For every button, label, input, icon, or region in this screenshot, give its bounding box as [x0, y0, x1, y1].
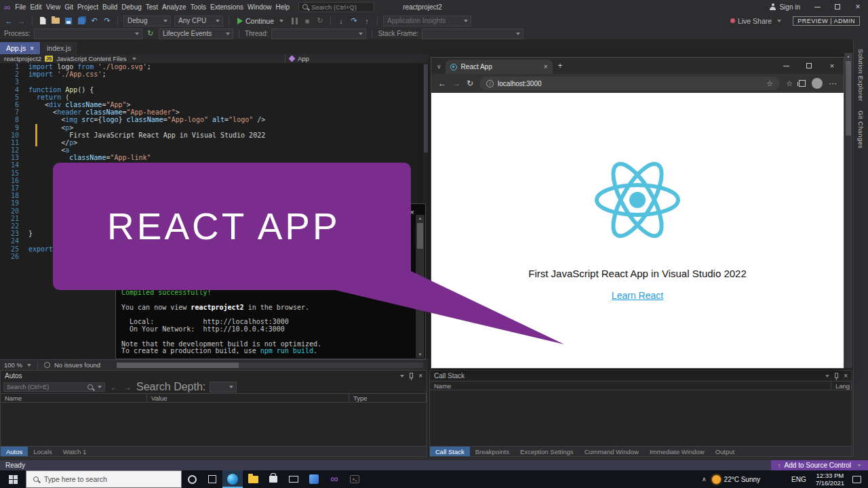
- language-indicator[interactable]: ENG: [791, 476, 806, 483]
- platform-dropdown[interactable]: Any CPU: [174, 16, 223, 26]
- menu-view[interactable]: View: [44, 3, 63, 11]
- step-into-icon[interactable]: ↓: [336, 16, 346, 26]
- callstack-body[interactable]: [430, 390, 852, 446]
- store-icon[interactable]: [263, 470, 283, 488]
- menu-build[interactable]: Build: [100, 3, 119, 11]
- browser-tab[interactable]: React App ×: [446, 60, 553, 74]
- learn-react-link[interactable]: Learn React: [612, 290, 663, 301]
- close-button[interactable]: ×: [848, 0, 868, 14]
- browser-refresh-icon[interactable]: ↻: [467, 79, 473, 88]
- tab-close-icon[interactable]: ×: [30, 45, 34, 52]
- new-tab-button[interactable]: +: [558, 61, 563, 70]
- action-center-icon[interactable]: [852, 476, 861, 483]
- tool-tab-output[interactable]: Output: [710, 447, 741, 456]
- tab-app-js[interactable]: App.js×: [0, 42, 40, 54]
- tool-tab-call-stack[interactable]: Call Stack: [430, 447, 470, 456]
- browser-menu-icon[interactable]: ···: [829, 79, 837, 88]
- browser-back-icon[interactable]: ←: [438, 79, 446, 88]
- continue-button[interactable]: Continue: [235, 17, 286, 25]
- scroll-down-icon[interactable]: ▼: [418, 351, 422, 358]
- pin-icon[interactable]: [835, 373, 838, 378]
- scrollbar-thumb[interactable]: [846, 61, 851, 136]
- favorites-icon[interactable]: ☆: [786, 79, 793, 88]
- lifecycle-events-dropdown[interactable]: Lifecycle Events: [159, 28, 233, 39]
- restart-icon[interactable]: ↻: [315, 16, 325, 26]
- tool-tab-watch-1[interactable]: Watch 1: [58, 447, 92, 456]
- cortana-icon[interactable]: [182, 470, 202, 488]
- browser-minimize-button[interactable]: [774, 58, 797, 74]
- column-value[interactable]: Value: [147, 394, 349, 402]
- visual-studio-icon[interactable]: [324, 470, 344, 488]
- search-prev-icon[interactable]: ←: [109, 382, 119, 392]
- tool-tab-locals[interactable]: Locals: [28, 447, 57, 456]
- scroll-up-icon[interactable]: ▲: [846, 53, 850, 60]
- photos-icon[interactable]: [304, 470, 324, 488]
- column-name[interactable]: Name: [430, 382, 831, 390]
- browser-forward-icon[interactable]: →: [452, 79, 460, 88]
- stop-icon[interactable]: ■: [302, 16, 312, 26]
- tab-index-js[interactable]: index.js: [41, 42, 77, 54]
- menu-window[interactable]: Window: [245, 3, 274, 11]
- configuration-dropdown[interactable]: Debug: [123, 16, 171, 26]
- menu-git[interactable]: Git: [62, 3, 75, 11]
- edge-icon[interactable]: [222, 470, 243, 488]
- live-share-button[interactable]: Live Share: [730, 17, 781, 25]
- window-position-icon[interactable]: [825, 375, 829, 378]
- autos-body[interactable]: [1, 403, 427, 446]
- pin-icon[interactable]: [410, 373, 413, 378]
- callstack-close-icon[interactable]: ×: [844, 372, 848, 380]
- redo-icon[interactable]: ↷: [102, 16, 112, 26]
- navigate-forward-icon[interactable]: →: [17, 16, 26, 26]
- start-button[interactable]: [0, 470, 26, 488]
- browser-maximize-button[interactable]: [797, 58, 821, 74]
- minimize-button[interactable]: [807, 0, 827, 14]
- tool-tab-breakpoints[interactable]: Breakpoints: [470, 447, 515, 456]
- tab-close-icon[interactable]: ×: [544, 63, 548, 70]
- application-insights-dropdown[interactable]: Application Insights: [383, 16, 471, 26]
- save-icon[interactable]: [64, 16, 73, 26]
- address-bar[interactable]: i localhost:3000 ☆: [479, 77, 780, 90]
- step-out-icon[interactable]: ↑: [362, 16, 372, 26]
- weather-widget[interactable]: 22°C Sunny: [712, 475, 760, 484]
- stack-frame-dropdown[interactable]: [422, 28, 524, 39]
- breadcrumb-section[interactable]: JavaScript Content Files: [56, 55, 126, 62]
- clock[interactable]: 12:33 PM 7/16/2021: [816, 472, 844, 487]
- break-all-icon[interactable]: [290, 16, 299, 26]
- dock-tab-git-changes[interactable]: Git Changes: [857, 110, 865, 148]
- collections-icon[interactable]: [799, 80, 806, 87]
- sign-in-button[interactable]: Sign in: [779, 3, 800, 11]
- search-next-icon[interactable]: →: [123, 382, 132, 392]
- breadcrumb-dropdown-icon[interactable]: [132, 58, 136, 60]
- dock-tab-solution-explorer[interactable]: Solution Explorer: [857, 49, 865, 101]
- menu-help[interactable]: Help: [274, 3, 292, 11]
- mail-icon[interactable]: [283, 470, 304, 488]
- undo-icon[interactable]: ↶: [90, 16, 99, 26]
- maximize-button[interactable]: [827, 0, 848, 14]
- horizontal-scrollbar[interactable]: [117, 363, 423, 368]
- refresh-process-icon[interactable]: ↻: [146, 28, 155, 39]
- tab-search-icon[interactable]: ∨: [437, 63, 441, 70]
- tool-tab-exception-settings[interactable]: Exception Settings: [515, 447, 579, 456]
- hidden-icons-chevron[interactable]: ∧: [702, 476, 707, 483]
- column-name[interactable]: Name: [1, 394, 147, 402]
- profile-avatar[interactable]: [812, 78, 823, 89]
- menu-tools[interactable]: Tools: [189, 3, 208, 11]
- browser-close-button[interactable]: ×: [821, 58, 844, 74]
- add-to-source-control-button[interactable]: ↑ Add to Source Control: [771, 460, 868, 470]
- search-depth-dropdown[interactable]: [210, 382, 237, 392]
- tool-tab-autos[interactable]: Autos: [1, 447, 28, 456]
- file-explorer-icon[interactable]: [243, 470, 263, 488]
- tool-tab-command-window[interactable]: Command Window: [579, 447, 644, 456]
- main-scrollbar[interactable]: ▲: [844, 53, 852, 368]
- menu-test[interactable]: Test: [144, 3, 160, 11]
- breadcrumb-project[interactable]: reactproject2: [4, 55, 41, 62]
- zoom-control[interactable]: 100 %: [4, 361, 31, 369]
- tool-tab-immediate-window[interactable]: Immediate Window: [644, 447, 710, 456]
- thread-dropdown[interactable]: [271, 28, 366, 39]
- taskbar-search[interactable]: Type here to search: [26, 470, 182, 488]
- menu-file[interactable]: File: [13, 3, 28, 11]
- column-type[interactable]: Type: [349, 394, 427, 402]
- save-all-icon[interactable]: [77, 16, 86, 26]
- window-position-icon[interactable]: [400, 375, 404, 378]
- open-file-icon[interactable]: [51, 16, 60, 26]
